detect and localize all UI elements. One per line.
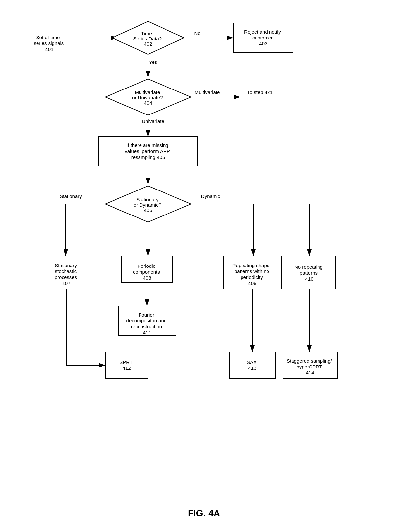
edge-no-label: No bbox=[194, 30, 200, 36]
node-405-label: If there are missing values, perform ARP… bbox=[125, 142, 171, 160]
edge-tostep421-label: To step 421 bbox=[247, 89, 273, 95]
edge-yes-label: Yes bbox=[149, 59, 157, 65]
node-413-label: SAX 413 bbox=[247, 359, 258, 371]
flowchart-svg: Set of time- series signals 401 Time- Se… bbox=[23, 7, 385, 500]
figure-label: FIG. 4A bbox=[188, 508, 220, 519]
node-401-label: Set of time- series signals 401 bbox=[34, 35, 65, 52]
edge-stationary-label: Stationary bbox=[60, 193, 82, 199]
edge-multivariate-label: Multivariate bbox=[195, 89, 220, 95]
edge-univariate-label: Univariate bbox=[142, 118, 164, 124]
flowchart-container: Set of time- series signals 401 Time- Se… bbox=[23, 7, 385, 501]
edge-dynamic-label: Dynamic bbox=[201, 193, 220, 199]
